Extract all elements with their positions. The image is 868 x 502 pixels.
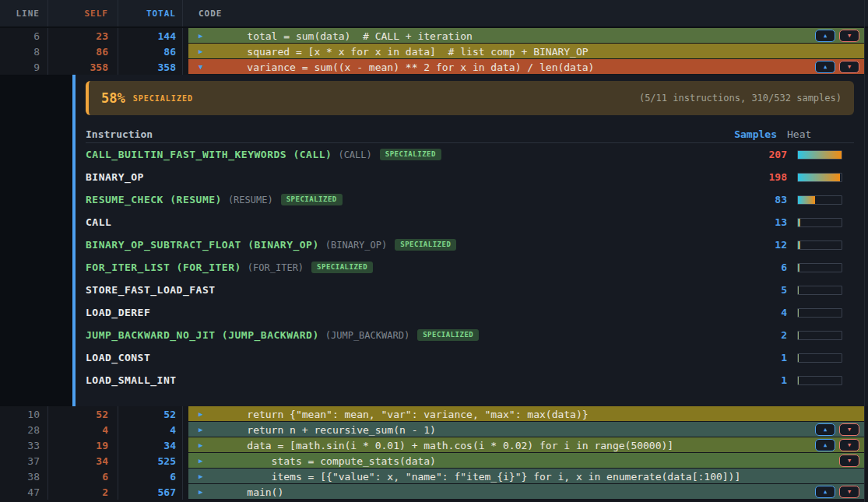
expand-toggle-icon[interactable]: ▶ — [199, 458, 208, 465]
self-samples: 86 — [48, 44, 118, 59]
total-samples: 525 — [118, 453, 183, 469]
expand-toggle-icon[interactable]: ▶ — [199, 489, 208, 496]
heat-bar — [797, 353, 842, 363]
total-samples: 34 — [118, 437, 183, 453]
line-number: 8 — [0, 44, 48, 59]
expand-toggle-icon[interactable]: ▶ — [199, 411, 208, 418]
expand-toggle-icon[interactable]: ▶ — [199, 427, 208, 434]
jump-up-button[interactable]: ▲ — [815, 30, 835, 42]
jump-down-button[interactable]: ▼ — [839, 61, 859, 73]
code-text: stats = compute_stats(data) — [223, 455, 436, 467]
row-buttons: ▲ ▼ — [815, 423, 859, 436]
code-line-row: 10 52 52 ▶ return {"mean": mean, "var": … — [0, 406, 868, 422]
jump-down-button[interactable]: ▼ — [839, 486, 859, 498]
code-line-row: 8 86 86 ▶ squared = [x * x for x in data… — [0, 44, 868, 59]
instruction-name: JUMP_BACKWARD_NO_JIT (JUMP_BACKWARD) — [86, 329, 319, 341]
line-number: 6 — [0, 28, 48, 44]
instruction-row: BINARY_OP 198 — [86, 166, 854, 188]
heat-column-header: Heat — [787, 128, 854, 140]
heat-bar-fill — [798, 286, 799, 294]
instruction-name-group: RESUME_CHECK (RESUME) (RESUME) SPECIALIZ… — [86, 194, 717, 205]
instruction-base-name: (RESUME) — [228, 195, 273, 205]
code-cell[interactable]: ▶ items = [{"value": x, "name": f"item_{… — [188, 469, 864, 484]
instruction-name-group: LOAD_DEREF — [86, 307, 717, 318]
samples-column-header[interactable]: Samples — [707, 128, 777, 140]
instruction-column-header: Instruction — [86, 128, 707, 140]
heat-bar — [797, 263, 842, 272]
instruction-samples: 12 — [717, 239, 787, 251]
specialized-percent: 58% — [101, 90, 125, 106]
code-line-row: 38 6 6 ▶ items = [{"value": x, "name": f… — [0, 469, 868, 484]
column-header-total[interactable]: TOTAL — [118, 0, 183, 26]
heat-bar — [797, 195, 842, 205]
instruction-samples: 2 — [717, 329, 787, 341]
code-text: return {"mean": mean, "var": variance, "… — [223, 409, 589, 420]
heat-bar — [797, 218, 842, 227]
jump-down-button[interactable]: ▼ — [839, 423, 859, 436]
instruction-samples: 1 — [717, 374, 787, 386]
heat-bar-fill — [798, 241, 800, 249]
specialized-badge: SPECIALIZED — [311, 262, 373, 273]
expand-toggle-icon[interactable]: ▶ — [199, 33, 208, 40]
code-line-row: 37 34 525 ▶ stats = compute_stats(data) … — [0, 453, 868, 469]
instruction-samples: 198 — [717, 171, 787, 183]
instruction-row: LOAD_SMALL_INT 1 — [86, 369, 854, 391]
instruction-table-header: Instruction Samples Heat — [86, 126, 854, 143]
heat-bar-fill — [798, 309, 799, 317]
expand-toggle-icon[interactable]: ▶ — [199, 48, 208, 55]
column-header-code: CODE — [183, 0, 868, 26]
code-cell[interactable]: ▶ stats = compute_stats(data) ▼ — [188, 453, 864, 469]
instruction-row: LOAD_DEREF 4 — [86, 301, 854, 324]
jump-down-button[interactable]: ▼ — [839, 455, 859, 467]
expand-toggle-icon[interactable]: ▶ — [199, 473, 208, 480]
code-cell[interactable]: ▶ return {"mean": mean, "var": variance,… — [188, 406, 864, 422]
heat-bar — [797, 286, 842, 295]
instruction-rows: CALL_BUILTIN_FAST_WITH_KEYWORDS (CALL) (… — [86, 143, 854, 391]
instruction-name-group: BINARY_OP — [86, 171, 717, 183]
self-samples: 358 — [48, 59, 118, 75]
instruction-row: BINARY_OP_SUBTRACT_FLOAT (BINARY_OP) (BI… — [86, 233, 854, 256]
code-text: variance = sum((x - mean) ** 2 for x in … — [223, 61, 594, 73]
jump-down-button[interactable]: ▼ — [839, 439, 859, 451]
jump-up-button[interactable]: ▲ — [815, 439, 835, 451]
instruction-row: RESUME_CHECK (RESUME) (RESUME) SPECIALIZ… — [86, 188, 854, 211]
instruction-name: LOAD_DEREF — [86, 307, 150, 318]
instruction-row: JUMP_BACKWARD_NO_JIT (JUMP_BACKWARD) (JU… — [86, 324, 854, 346]
instruction-name-group: CALL — [86, 216, 717, 228]
heat-bar-fill — [798, 377, 799, 384]
code-cell[interactable]: ▶ data = [math.sin(i * 0.01) + math.cos(… — [188, 437, 864, 453]
code-cell[interactable]: ▶ main() ▲ ▼ — [188, 484, 864, 500]
expanded-section: 58% SPECIALIZED (5/11 instructions, 310/… — [0, 75, 868, 406]
table-header: LINE SELF TOTAL CODE — [0, 0, 868, 28]
code-text: main() — [223, 486, 283, 498]
row-buttons: ▲ ▼ — [815, 486, 859, 498]
instruction-row: CALL 13 — [86, 211, 854, 233]
instruction-name-group: LOAD_CONST — [86, 352, 717, 363]
jump-up-button[interactable]: ▲ — [815, 486, 835, 498]
jump-up-button[interactable]: ▲ — [815, 61, 835, 73]
instruction-name: STORE_FAST_LOAD_FAST — [86, 284, 216, 296]
line-number: 9 — [0, 59, 48, 75]
top-code-rows: 6 23 144 ▶ total = sum(data) # CALL + it… — [0, 28, 868, 75]
instruction-name: CALL — [86, 216, 111, 228]
heat-bar — [797, 331, 842, 340]
expand-toggle-icon[interactable]: ▼ — [199, 64, 208, 71]
expand-toggle-icon[interactable]: ▶ — [199, 442, 208, 449]
column-header-line[interactable]: LINE — [0, 0, 48, 26]
code-cell[interactable]: ▼ variance = sum((x - mean) ** 2 for x i… — [188, 59, 864, 75]
self-samples: 52 — [48, 406, 118, 422]
code-cell[interactable]: ▶ total = sum(data) # CALL + iteration ▲… — [188, 28, 864, 44]
code-line-row: 9 358 358 ▼ variance = sum((x - mean) **… — [0, 59, 868, 75]
line-number: 33 — [0, 437, 48, 453]
column-header-self[interactable]: SELF — [48, 0, 118, 26]
self-samples: 6 — [48, 469, 118, 484]
heat-bar — [797, 173, 842, 182]
jump-up-button[interactable]: ▲ — [815, 423, 835, 436]
instruction-name: CALL_BUILTIN_FAST_WITH_KEYWORDS (CALL) — [86, 149, 332, 160]
code-cell[interactable]: ▶ return n + recursive_sum(n - 1) ▲ ▼ — [188, 422, 864, 437]
code-cell[interactable]: ▶ squared = [x * x for x in data] # list… — [188, 44, 864, 59]
specialized-badge: SPECIALIZED — [281, 194, 343, 205]
self-samples: 19 — [48, 437, 118, 453]
jump-down-button[interactable]: ▼ — [839, 30, 859, 42]
instruction-row: CALL_BUILTIN_FAST_WITH_KEYWORDS (CALL) (… — [86, 143, 854, 166]
